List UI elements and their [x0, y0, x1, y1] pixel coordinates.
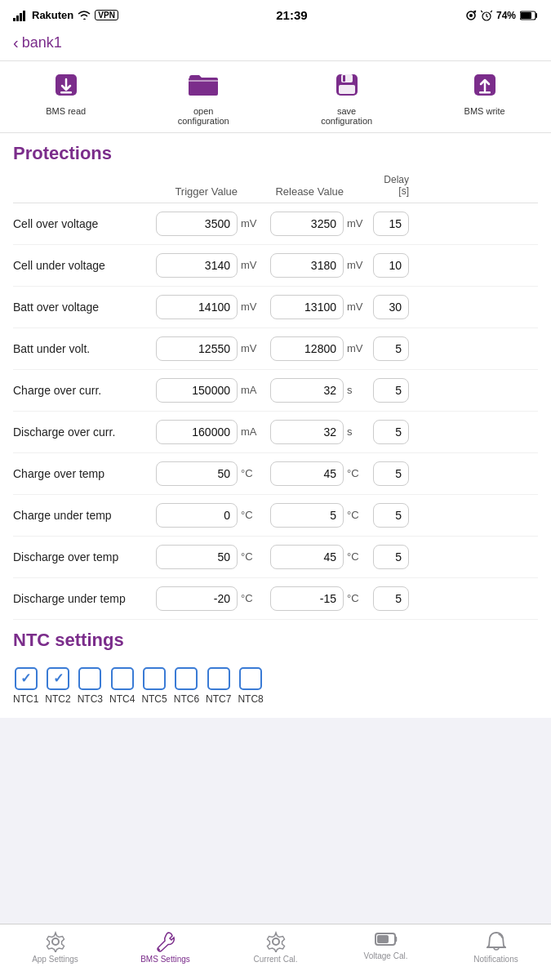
ntc-checkbox-7[interactable] [207, 667, 230, 690]
table-row: Batt over voltage mV mV [13, 287, 538, 328]
back-chevron-icon: ‹ [13, 33, 19, 52]
ntc-item-4[interactable]: NTC4 [109, 667, 135, 705]
delay-col-5 [368, 420, 409, 444]
delay-input-0[interactable] [373, 212, 409, 236]
trigger-input-8[interactable] [156, 545, 238, 569]
vpn-badge: VPN [95, 10, 118, 20]
ntc-item-3[interactable]: NTC3 [78, 667, 103, 705]
back-button[interactable]: ‹ bank1 [13, 33, 62, 52]
trigger-unit-5: mA [238, 425, 262, 438]
delay-input-8[interactable] [373, 545, 409, 569]
svg-point-19 [273, 938, 279, 945]
delay-input-1[interactable] [373, 253, 409, 278]
table-row: Discharge under temp °C °C [13, 578, 538, 620]
trigger-input-4[interactable] [156, 378, 238, 403]
upload-icon [471, 71, 499, 103]
bms-read-button[interactable]: BMS read [46, 71, 86, 126]
ntc-checkbox-2[interactable] [47, 667, 69, 690]
ntc-item-6[interactable]: NTC6 [174, 667, 199, 705]
tab-app-settings[interactable]: App Settings [27, 931, 84, 964]
bms-read-label: BMS read [46, 106, 86, 116]
release-input-5[interactable] [270, 420, 344, 444]
release-unit-8: °C [344, 550, 368, 563]
trigger-input-0[interactable] [156, 212, 238, 236]
trigger-input-2[interactable] [156, 295, 238, 319]
trigger-input-9[interactable] [156, 586, 238, 611]
trigger-unit-9: °C [238, 592, 262, 604]
delay-input-7[interactable] [373, 503, 409, 528]
ntc-item-5[interactable]: NTC5 [141, 667, 167, 705]
tab-current-cal[interactable]: Current Cal. [247, 931, 304, 964]
svg-point-5 [469, 14, 473, 17]
release-col-2 [262, 295, 344, 319]
release-input-8[interactable] [270, 545, 344, 569]
trigger-input-5[interactable] [156, 420, 238, 444]
ntc-item-7[interactable]: NTC7 [206, 667, 231, 705]
svg-rect-2 [20, 13, 22, 21]
delay-input-9[interactable] [373, 586, 409, 611]
tab-voltage-cal[interactable]: Voltage Cal. [358, 931, 415, 964]
release-input-4[interactable] [270, 378, 344, 403]
release-input-1[interactable] [270, 253, 344, 278]
trigger-input-6[interactable] [156, 461, 238, 486]
row-name-6: Charge over temp [13, 466, 140, 481]
release-input-9[interactable] [270, 586, 344, 611]
ntc-item-2[interactable]: NTC2 [45, 667, 70, 705]
tab-notifications[interactable]: Notifications [468, 931, 525, 964]
release-unit-5: s [344, 425, 368, 438]
ntc-checkbox-8[interactable] [239, 667, 262, 690]
release-col-7 [262, 503, 344, 528]
bms-write-button[interactable]: BMS write [464, 71, 505, 126]
save-config-button[interactable]: saveconfiguration [321, 71, 372, 126]
release-input-7[interactable] [270, 503, 344, 528]
trigger-col-7 [140, 503, 238, 528]
trigger-unit-2: mV [238, 301, 262, 313]
delay-col-0 [368, 212, 409, 236]
row-name-2: Batt over voltage [13, 300, 140, 314]
release-input-3[interactable] [270, 336, 344, 361]
svg-rect-14 [339, 85, 355, 94]
table-row: Charge over curr. mA s [13, 370, 538, 412]
ntc-checkbox-6[interactable] [175, 667, 198, 690]
row-name-9: Discharge under temp [13, 591, 140, 606]
ntc-checkbox-5[interactable] [143, 667, 166, 690]
delay-input-5[interactable] [373, 420, 409, 444]
status-left: Rakuten VPN [13, 9, 118, 21]
svg-rect-0 [13, 18, 16, 21]
notifications-icon [487, 931, 506, 952]
trigger-input-1[interactable] [156, 253, 238, 278]
trigger-unit-6: °C [238, 467, 262, 479]
tab-bms-settings[interactable]: BMS Settings [137, 931, 194, 964]
save-icon [333, 71, 361, 103]
delay-input-6[interactable] [373, 461, 409, 486]
ntc-checkboxes: NTC1 NTC2 NTC3 NTC4 NTC5 NTC6 NTC7 NTC8 [13, 667, 538, 705]
ntc-item-8[interactable]: NTC8 [238, 667, 263, 705]
ntc-checkbox-1[interactable] [15, 667, 38, 690]
release-col-4 [262, 378, 344, 403]
tab-voltage-cal-label: Voltage Cal. [364, 951, 408, 960]
delay-input-3[interactable] [373, 336, 409, 361]
release-unit-0: mV [344, 217, 368, 229]
table-row: Charge under temp °C °C [13, 495, 538, 537]
ntc-label-8: NTC8 [238, 693, 263, 705]
trigger-col-1 [140, 253, 238, 278]
trigger-input-3[interactable] [156, 336, 238, 361]
trigger-input-7[interactable] [156, 503, 238, 528]
delay-input-4[interactable] [373, 378, 409, 403]
release-col-8 [262, 545, 344, 569]
battery-percent: 74% [496, 10, 516, 21]
delay-col-7 [368, 503, 409, 528]
trigger-unit-7: °C [238, 509, 262, 521]
download-icon [52, 71, 80, 103]
toolbar: BMS read openconfiguration saveconfigura… [0, 61, 551, 133]
release-input-0[interactable] [270, 212, 344, 236]
release-input-6[interactable] [270, 461, 344, 486]
table-row: Cell under voltage mV mV [13, 245, 538, 287]
ntc-checkbox-4[interactable] [111, 667, 134, 690]
delay-input-2[interactable] [373, 295, 409, 319]
ntc-item-1[interactable]: NTC1 [13, 667, 38, 705]
open-config-button[interactable]: openconfiguration [178, 71, 229, 126]
delay-col-8 [368, 545, 409, 569]
ntc-checkbox-3[interactable] [78, 667, 101, 690]
release-input-2[interactable] [270, 295, 344, 319]
